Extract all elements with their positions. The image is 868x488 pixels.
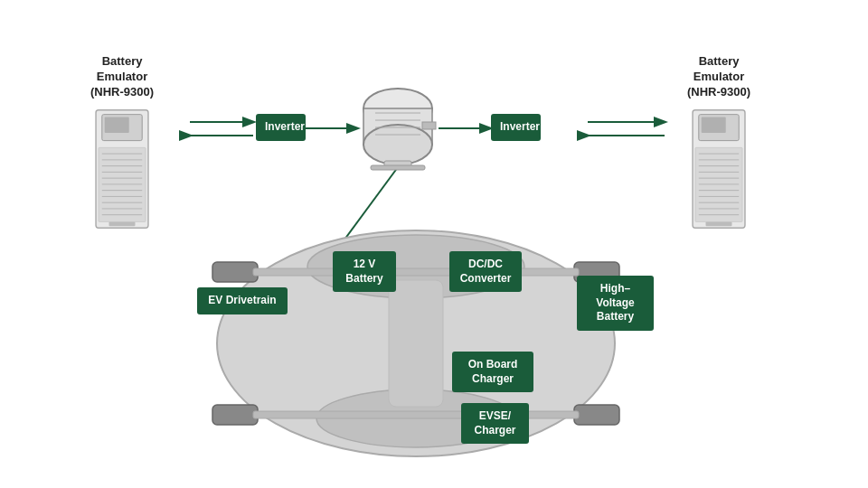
svg-rect-16 bbox=[99, 147, 146, 221]
battery-emulator-right: Battery Emulator (NHR-9300) bbox=[687, 54, 750, 232]
high-voltage-battery-box: High– Voltage Battery bbox=[577, 276, 654, 331]
inverter-right-box: Inverter bbox=[491, 114, 541, 141]
car-svg bbox=[108, 212, 723, 478]
svg-rect-32 bbox=[695, 147, 742, 221]
on-board-charger-label: On Board Charger bbox=[468, 358, 518, 385]
svg-point-47 bbox=[363, 125, 432, 164]
evse-charger-box: EVSE/ Charger bbox=[461, 403, 529, 444]
svg-rect-60 bbox=[212, 405, 258, 425]
svg-rect-64 bbox=[389, 280, 443, 407]
dcdc-converter-label: DC/DC Converter bbox=[460, 258, 512, 285]
svg-rect-15 bbox=[105, 117, 129, 132]
dcdc-converter-box: DC/DC Converter bbox=[449, 251, 522, 292]
svg-rect-31 bbox=[702, 117, 726, 132]
inverter-left-box: Inverter bbox=[256, 114, 306, 141]
diagram-container: Battery Emulator (NHR-9300) bbox=[0, 0, 868, 488]
on-board-charger-box: On Board Charger bbox=[452, 352, 533, 392]
battery-emulator-left: Battery Emulator (NHR-9300) bbox=[90, 54, 154, 232]
battery-emulator-left-label: Battery Emulator (NHR-9300) bbox=[90, 54, 154, 100]
high-voltage-battery-label: High– Voltage Battery bbox=[596, 282, 634, 323]
svg-rect-61 bbox=[574, 405, 619, 425]
svg-rect-54 bbox=[371, 165, 425, 170]
ev-drivetrain-box: EV Drivetrain bbox=[197, 287, 288, 314]
motor-svg bbox=[357, 86, 439, 175]
svg-rect-48 bbox=[422, 122, 436, 129]
svg-rect-58 bbox=[212, 262, 258, 282]
battery-12v-label: 12 V Battery bbox=[345, 258, 382, 285]
evse-charger-label: EVSE/ Charger bbox=[474, 409, 515, 436]
battery-emulator-right-label: Battery Emulator (NHR-9300) bbox=[687, 54, 750, 100]
svg-rect-63 bbox=[253, 411, 579, 418]
svg-rect-62 bbox=[253, 268, 579, 276]
battery-12v-box: 12 V Battery bbox=[333, 251, 396, 292]
